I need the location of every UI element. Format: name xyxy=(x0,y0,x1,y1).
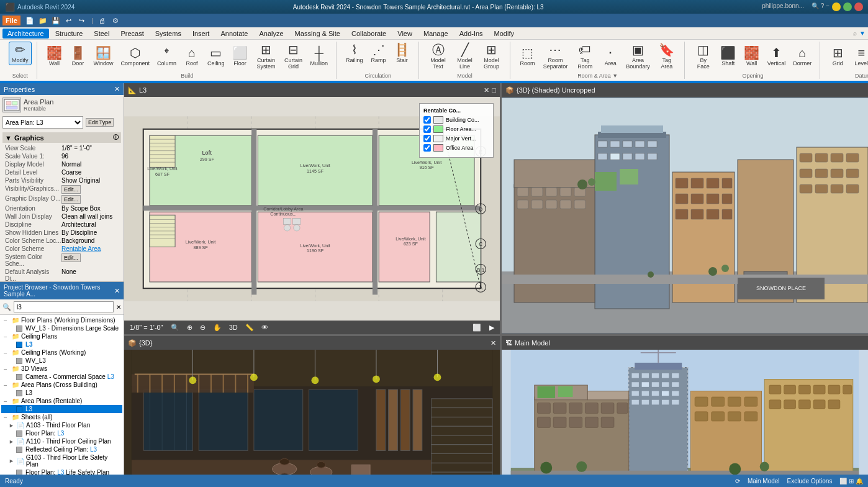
legend-building-cb[interactable] xyxy=(423,116,431,124)
qa-open[interactable]: 📁 xyxy=(37,15,49,26)
qa-settings[interactable]: ⚙ xyxy=(109,15,122,26)
minimize-button[interactable] xyxy=(832,2,841,11)
menu-steel[interactable]: Steel xyxy=(89,29,114,39)
door-button[interactable]: 🚪 Door xyxy=(67,45,89,68)
vis-graphics-edit[interactable]: Edit... xyxy=(61,185,81,194)
sys-color-edit[interactable]: Edit... xyxy=(61,253,81,262)
ceiling-button[interactable]: ▭ Ceiling xyxy=(204,45,228,68)
qa-redo[interactable]: ↪ xyxy=(76,15,88,26)
roof-button[interactable]: ⌂ Roof xyxy=(181,45,203,68)
tree-area-cross-l3[interactable]: L3 xyxy=(1,389,122,397)
shaft-button[interactable]: ⬛ Shaft xyxy=(717,45,739,68)
tree-area-rentable[interactable]: – 📁 Area Plans (Rentable) xyxy=(1,397,122,405)
fp-maximize[interactable]: ⬜ xyxy=(469,322,484,332)
room-separator-button[interactable]: ⋯ RoomSeparator xyxy=(540,42,571,71)
wall-button[interactable]: 🧱 Wall xyxy=(43,45,66,68)
component-button[interactable]: ⬡ Component xyxy=(118,45,153,68)
type-dropdown[interactable]: Area Plan: L3 xyxy=(2,116,83,129)
fp-close2[interactable]: ▶ xyxy=(486,322,497,332)
color-scheme-link[interactable]: Rentable Area xyxy=(61,245,121,252)
edit-type-button[interactable]: Edit Type xyxy=(86,118,114,127)
menu-collaborate[interactable]: Collaborate xyxy=(346,29,391,39)
modify-button[interactable]: ✏ Modify xyxy=(9,42,32,65)
whats-new[interactable]: ▼ xyxy=(859,30,866,37)
floor-button[interactable]: ⬜ Floor xyxy=(229,45,251,68)
menu-addins[interactable]: Add-Ins xyxy=(454,29,488,39)
menu-manage[interactable]: Manage xyxy=(418,29,453,39)
fp-pan[interactable]: ✋ xyxy=(210,322,225,333)
menu-annotate[interactable]: Annotate xyxy=(215,29,253,39)
tree-camera-commercial[interactable]: Camera - Commercial Space L3 xyxy=(1,373,122,381)
tree-wv-l3-ceiling[interactable]: WV_L3 xyxy=(1,357,122,365)
area-button[interactable]: ⬝ Area xyxy=(599,45,622,68)
fp-zoom-1[interactable]: 🔍 xyxy=(168,322,183,333)
model-line-button[interactable]: ╱ ModelLine xyxy=(453,42,477,71)
tree-wv-l3-dim[interactable]: WV_L3 - Dimensions Large Scale xyxy=(1,324,122,332)
floor-plan-close[interactable]: ✕ xyxy=(484,86,489,94)
opening-wall-button[interactable]: 🧱 Wall xyxy=(741,45,763,68)
area-boundary-button[interactable]: ▣ AreaBoundary xyxy=(623,42,653,71)
tree-a103[interactable]: ► 📄 A103 - Third Floor Plan xyxy=(1,421,122,429)
tree-a110-l3[interactable]: Reflected Ceiling Plan: L3 xyxy=(1,445,122,453)
window-button[interactable]: 🪟 Window xyxy=(91,45,117,68)
menu-systems[interactable]: Systems xyxy=(150,29,186,39)
fp-visibility[interactable]: 👁 xyxy=(258,322,271,332)
window-controls[interactable]: philippe.bonn... 🔍 ? − xyxy=(762,2,863,11)
interior-close[interactable]: ✕ xyxy=(491,339,496,347)
tree-ceiling-plans-working[interactable]: – 📁 Ceiling Plans (Working) xyxy=(1,348,122,357)
curtain-grid-button[interactable]: ⊟ CurtainGrid xyxy=(281,42,306,71)
menu-view[interactable]: View xyxy=(392,29,417,39)
qa-new[interactable]: 📄 xyxy=(24,15,36,26)
tree-a110[interactable]: ► 📄 A110 - Third Floor Ceiling Plan xyxy=(1,437,122,445)
file-menu-button[interactable]: File xyxy=(2,16,20,25)
stair-button[interactable]: 🪜 Stair xyxy=(391,42,414,65)
mullion-button[interactable]: ┼ Mullion xyxy=(307,45,332,68)
railing-button[interactable]: ⌇ Railing xyxy=(343,42,366,65)
dormer-button[interactable]: ⌂ Dormer xyxy=(790,45,815,68)
menu-structure[interactable]: Structure xyxy=(50,29,88,39)
fp-zoom-2[interactable]: ⊕ xyxy=(184,322,196,333)
search-clear[interactable]: ✕ xyxy=(116,304,121,311)
close-button[interactable] xyxy=(854,2,863,11)
tree-floor-plans[interactable]: – 📁 Floor Plans (Working Dimensions) xyxy=(1,316,122,324)
vertical-button[interactable]: ⬆ Vertical xyxy=(764,45,789,68)
tree-area-cross[interactable]: – 📁 Area Plans (Cross Building) xyxy=(1,381,122,389)
menu-massing[interactable]: Massing & Site xyxy=(290,29,345,39)
menu-analyze[interactable]: Analyze xyxy=(254,29,288,39)
column-button[interactable]: 𝄌 Column xyxy=(154,45,179,68)
tree-ceiling-l3[interactable]: L3 xyxy=(1,340,122,348)
tree-3d-views[interactable]: – 📁 3D Views xyxy=(1,365,122,373)
tag-room-button[interactable]: 🏷 TagRoom xyxy=(572,42,598,71)
right-3d-content[interactable]: Parking xyxy=(502,97,868,334)
tree-a103-l3[interactable]: Floor Plan: L3 xyxy=(1,429,122,437)
interior-3d-content[interactable] xyxy=(124,350,500,487)
legend-major-cb[interactable] xyxy=(423,135,431,142)
menu-insert[interactable]: Insert xyxy=(188,29,215,39)
qa-undo[interactable]: ↩ xyxy=(63,15,75,26)
project-browser-close[interactable]: ✕ xyxy=(114,287,120,295)
menu-precast[interactable]: Precast xyxy=(115,29,148,39)
project-search-input[interactable] xyxy=(14,301,114,312)
fp-section[interactable]: 📏 xyxy=(242,322,257,333)
by-face-button[interactable]: ◫ ByFace xyxy=(691,42,716,71)
tag-area-button[interactable]: 🔖 TagArea xyxy=(654,42,679,71)
room-button[interactable]: ⬚ Room xyxy=(517,45,539,68)
floor-plan-maximize[interactable]: □ xyxy=(492,86,496,94)
legend-office-cb[interactable] xyxy=(423,144,431,152)
qa-print[interactable]: 🖨 xyxy=(96,15,109,26)
properties-close[interactable]: ✕ xyxy=(114,85,120,93)
model-group-button[interactable]: ⊞ ModelGroup xyxy=(479,42,505,71)
tree-sheets[interactable]: – 📁 Sheets (all) xyxy=(1,413,122,421)
qa-save[interactable]: 💾 xyxy=(50,15,62,26)
model-text-button[interactable]: Ⓐ ModelText xyxy=(425,42,451,71)
grid-button[interactable]: ⊞ Grid xyxy=(826,45,849,68)
tree-g103[interactable]: ► 📄 G103 - Third Floor Life Safety Plan xyxy=(1,453,122,468)
tree-g103-l3[interactable]: Floor Plan: L3 Life Safety Plan xyxy=(1,468,122,475)
ramp-button[interactable]: ⋰ Ramp xyxy=(368,42,390,65)
curtain-system-button[interactable]: ⊞ CurtainSystem xyxy=(253,42,280,71)
floor-plan-content[interactable]: Live/Work, Unit 687 SF Live/Work, Unit 1… xyxy=(124,97,500,321)
graphic-display-edit[interactable]: Edit... xyxy=(61,195,81,204)
graphics-section-header[interactable]: ▼ Graphics ⓘ xyxy=(2,132,121,143)
tree-area-rentable-l3[interactable]: L3 xyxy=(1,405,122,413)
fp-3d[interactable]: 3D xyxy=(226,322,241,332)
